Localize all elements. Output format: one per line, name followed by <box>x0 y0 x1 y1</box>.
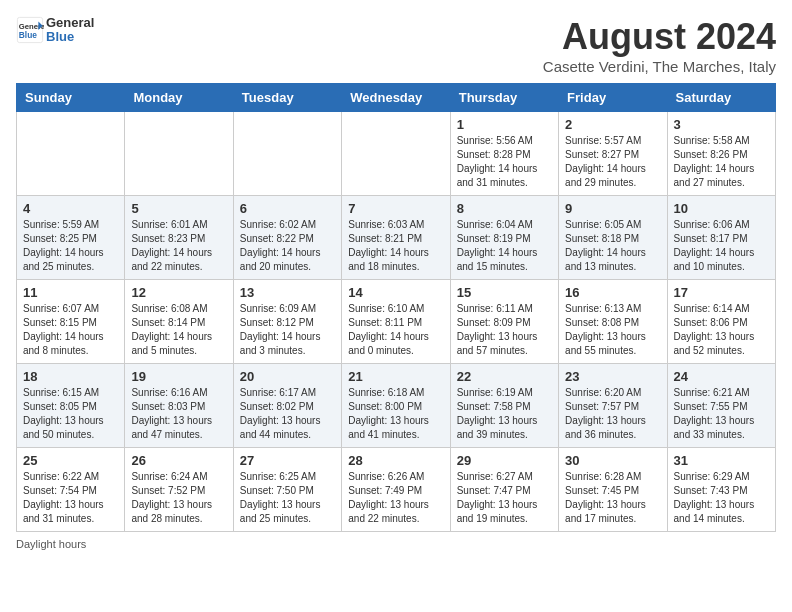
calendar-cell <box>342 112 450 196</box>
calendar-cell: 20Sunrise: 6:17 AM Sunset: 8:02 PM Dayli… <box>233 364 341 448</box>
day-info: Sunrise: 6:21 AM Sunset: 7:55 PM Dayligh… <box>674 386 769 442</box>
svg-text:Blue: Blue <box>19 30 37 40</box>
calendar-cell: 23Sunrise: 6:20 AM Sunset: 7:57 PM Dayli… <box>559 364 667 448</box>
calendar-cell: 2Sunrise: 5:57 AM Sunset: 8:27 PM Daylig… <box>559 112 667 196</box>
day-info: Sunrise: 6:04 AM Sunset: 8:19 PM Dayligh… <box>457 218 552 274</box>
calendar-cell: 3Sunrise: 5:58 AM Sunset: 8:26 PM Daylig… <box>667 112 775 196</box>
day-number: 29 <box>457 453 552 468</box>
header-monday: Monday <box>125 84 233 112</box>
day-info: Sunrise: 6:02 AM Sunset: 8:22 PM Dayligh… <box>240 218 335 274</box>
calendar-cell: 15Sunrise: 6:11 AM Sunset: 8:09 PM Dayli… <box>450 280 558 364</box>
day-info: Sunrise: 6:01 AM Sunset: 8:23 PM Dayligh… <box>131 218 226 274</box>
calendar-cell: 10Sunrise: 6:06 AM Sunset: 8:17 PM Dayli… <box>667 196 775 280</box>
header-wednesday: Wednesday <box>342 84 450 112</box>
day-number: 26 <box>131 453 226 468</box>
calendar-cell: 8Sunrise: 6:04 AM Sunset: 8:19 PM Daylig… <box>450 196 558 280</box>
calendar-cell: 28Sunrise: 6:26 AM Sunset: 7:49 PM Dayli… <box>342 448 450 532</box>
day-info: Sunrise: 5:59 AM Sunset: 8:25 PM Dayligh… <box>23 218 118 274</box>
calendar-cell <box>17 112 125 196</box>
calendar-cell: 1Sunrise: 5:56 AM Sunset: 8:28 PM Daylig… <box>450 112 558 196</box>
day-info: Sunrise: 6:17 AM Sunset: 8:02 PM Dayligh… <box>240 386 335 442</box>
day-info: Sunrise: 5:58 AM Sunset: 8:26 PM Dayligh… <box>674 134 769 190</box>
day-info: Sunrise: 6:13 AM Sunset: 8:08 PM Dayligh… <box>565 302 660 358</box>
calendar-cell: 24Sunrise: 6:21 AM Sunset: 7:55 PM Dayli… <box>667 364 775 448</box>
day-info: Sunrise: 6:14 AM Sunset: 8:06 PM Dayligh… <box>674 302 769 358</box>
day-info: Sunrise: 6:29 AM Sunset: 7:43 PM Dayligh… <box>674 470 769 526</box>
footer-note: Daylight hours <box>16 538 776 550</box>
day-number: 24 <box>674 369 769 384</box>
day-number: 25 <box>23 453 118 468</box>
day-number: 9 <box>565 201 660 216</box>
calendar-cell: 22Sunrise: 6:19 AM Sunset: 7:58 PM Dayli… <box>450 364 558 448</box>
day-info: Sunrise: 6:11 AM Sunset: 8:09 PM Dayligh… <box>457 302 552 358</box>
day-number: 13 <box>240 285 335 300</box>
calendar-cell: 6Sunrise: 6:02 AM Sunset: 8:22 PM Daylig… <box>233 196 341 280</box>
calendar-cell: 13Sunrise: 6:09 AM Sunset: 8:12 PM Dayli… <box>233 280 341 364</box>
day-number: 1 <box>457 117 552 132</box>
calendar-cell: 11Sunrise: 6:07 AM Sunset: 8:15 PM Dayli… <box>17 280 125 364</box>
day-info: Sunrise: 6:20 AM Sunset: 7:57 PM Dayligh… <box>565 386 660 442</box>
calendar-table: Sunday Monday Tuesday Wednesday Thursday… <box>16 83 776 532</box>
logo-general: General <box>46 15 94 30</box>
calendar-cell: 5Sunrise: 6:01 AM Sunset: 8:23 PM Daylig… <box>125 196 233 280</box>
day-number: 31 <box>674 453 769 468</box>
day-number: 19 <box>131 369 226 384</box>
day-info: Sunrise: 6:06 AM Sunset: 8:17 PM Dayligh… <box>674 218 769 274</box>
logo-icon: General Blue <box>16 16 44 44</box>
day-info: Sunrise: 6:08 AM Sunset: 8:14 PM Dayligh… <box>131 302 226 358</box>
day-number: 3 <box>674 117 769 132</box>
day-info: Sunrise: 6:24 AM Sunset: 7:52 PM Dayligh… <box>131 470 226 526</box>
day-number: 21 <box>348 369 443 384</box>
calendar-cell: 27Sunrise: 6:25 AM Sunset: 7:50 PM Dayli… <box>233 448 341 532</box>
calendar-cell: 9Sunrise: 6:05 AM Sunset: 8:18 PM Daylig… <box>559 196 667 280</box>
calendar-week-row: 25Sunrise: 6:22 AM Sunset: 7:54 PM Dayli… <box>17 448 776 532</box>
day-info: Sunrise: 6:28 AM Sunset: 7:45 PM Dayligh… <box>565 470 660 526</box>
location-subtitle: Casette Verdini, The Marches, Italy <box>543 58 776 75</box>
day-info: Sunrise: 6:19 AM Sunset: 7:58 PM Dayligh… <box>457 386 552 442</box>
day-number: 15 <box>457 285 552 300</box>
calendar-cell <box>233 112 341 196</box>
calendar-cell: 4Sunrise: 5:59 AM Sunset: 8:25 PM Daylig… <box>17 196 125 280</box>
day-number: 8 <box>457 201 552 216</box>
day-info: Sunrise: 6:22 AM Sunset: 7:54 PM Dayligh… <box>23 470 118 526</box>
calendar-cell: 7Sunrise: 6:03 AM Sunset: 8:21 PM Daylig… <box>342 196 450 280</box>
calendar-cell: 12Sunrise: 6:08 AM Sunset: 8:14 PM Dayli… <box>125 280 233 364</box>
day-info: Sunrise: 6:27 AM Sunset: 7:47 PM Dayligh… <box>457 470 552 526</box>
logo-blue: Blue <box>46 29 74 44</box>
day-number: 6 <box>240 201 335 216</box>
calendar-cell: 17Sunrise: 6:14 AM Sunset: 8:06 PM Dayli… <box>667 280 775 364</box>
day-info: Sunrise: 6:15 AM Sunset: 8:05 PM Dayligh… <box>23 386 118 442</box>
day-number: 23 <box>565 369 660 384</box>
day-info: Sunrise: 5:56 AM Sunset: 8:28 PM Dayligh… <box>457 134 552 190</box>
calendar-week-row: 1Sunrise: 5:56 AM Sunset: 8:28 PM Daylig… <box>17 112 776 196</box>
calendar-cell: 14Sunrise: 6:10 AM Sunset: 8:11 PM Dayli… <box>342 280 450 364</box>
header-thursday: Thursday <box>450 84 558 112</box>
logo: General Blue General Blue <box>16 16 94 45</box>
day-number: 17 <box>674 285 769 300</box>
calendar-cell: 21Sunrise: 6:18 AM Sunset: 8:00 PM Dayli… <box>342 364 450 448</box>
page-header: General Blue General Blue August 2024 Ca… <box>16 16 776 75</box>
header-tuesday: Tuesday <box>233 84 341 112</box>
day-info: Sunrise: 6:07 AM Sunset: 8:15 PM Dayligh… <box>23 302 118 358</box>
calendar-cell: 18Sunrise: 6:15 AM Sunset: 8:05 PM Dayli… <box>17 364 125 448</box>
header-friday: Friday <box>559 84 667 112</box>
calendar-week-row: 11Sunrise: 6:07 AM Sunset: 8:15 PM Dayli… <box>17 280 776 364</box>
calendar-cell <box>125 112 233 196</box>
day-number: 27 <box>240 453 335 468</box>
day-info: Sunrise: 6:25 AM Sunset: 7:50 PM Dayligh… <box>240 470 335 526</box>
day-number: 28 <box>348 453 443 468</box>
day-number: 10 <box>674 201 769 216</box>
calendar-week-row: 4Sunrise: 5:59 AM Sunset: 8:25 PM Daylig… <box>17 196 776 280</box>
day-number: 20 <box>240 369 335 384</box>
calendar-cell: 19Sunrise: 6:16 AM Sunset: 8:03 PM Dayli… <box>125 364 233 448</box>
calendar-cell: 29Sunrise: 6:27 AM Sunset: 7:47 PM Dayli… <box>450 448 558 532</box>
day-info: Sunrise: 6:18 AM Sunset: 8:00 PM Dayligh… <box>348 386 443 442</box>
day-info: Sunrise: 6:10 AM Sunset: 8:11 PM Dayligh… <box>348 302 443 358</box>
day-number: 11 <box>23 285 118 300</box>
day-number: 18 <box>23 369 118 384</box>
day-info: Sunrise: 6:16 AM Sunset: 8:03 PM Dayligh… <box>131 386 226 442</box>
day-number: 12 <box>131 285 226 300</box>
day-number: 22 <box>457 369 552 384</box>
calendar-week-row: 18Sunrise: 6:15 AM Sunset: 8:05 PM Dayli… <box>17 364 776 448</box>
day-info: Sunrise: 6:09 AM Sunset: 8:12 PM Dayligh… <box>240 302 335 358</box>
